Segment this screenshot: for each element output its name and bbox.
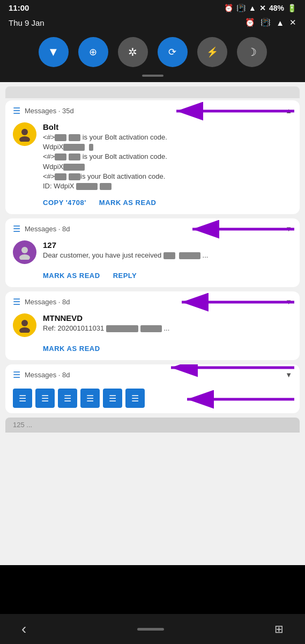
alarm-date-icon: ⏰ [245, 18, 255, 27]
partial-bottom-card: 125 ... [5, 418, 300, 433]
date-status-icons: ⏰ 📳 ▲ ✕ [245, 18, 296, 27]
svg-point-7 [21, 320, 28, 326]
qs-wifi-button[interactable]: ▼ [39, 37, 69, 67]
vibrate-date-icon: 📳 [261, 18, 271, 27]
qs-rotate-button[interactable]: ⟳ [158, 37, 188, 67]
chevron-1[interactable]: ▲ [285, 107, 292, 115]
qs-flashlight-button[interactable]: ⚡ [197, 37, 227, 67]
status-icons: ⏰ 📳 ▲ ✕ 48% 🔋 [224, 4, 296, 12]
alarm-icon: ⏰ [224, 4, 233, 12]
notif-body-3: MTNNEVD Ref: 202001011031 ... [5, 310, 300, 342]
notification-card-bolt: ☰ Messages · 35d ▲ Bolt <#> is your Bolt… [5, 100, 300, 214]
reply-button-2[interactable]: REPLY [113, 272, 137, 280]
blue-icon-2: ☰ [35, 389, 55, 408]
battery-text: 48% [269, 4, 284, 12]
qs-bluetooth-button[interactable]: ✲ [118, 37, 148, 67]
messages-icon-2: ☰ [13, 224, 20, 234]
recents-button[interactable]: ⊞ [274, 623, 284, 635]
message-bolt: <#> is your Bolt activation code. WdpiX … [43, 133, 292, 191]
svg-point-4 [21, 247, 28, 253]
notif-app-label-3: Messages · 8d [25, 298, 281, 306]
messages-icon-1: ☰ [13, 106, 20, 116]
sender-mtnnevd: MTNNEVD [43, 313, 292, 323]
svg-point-2 [19, 136, 30, 142]
sender-bolt: Bolt [43, 122, 292, 131]
home-handle[interactable] [137, 628, 164, 631]
notif-header-2: ☰ Messages · 8d ▼ [5, 218, 300, 237]
avatar-mtnnevd [13, 313, 36, 337]
copy-code-button[interactable]: COPY '4708' [43, 199, 86, 207]
notif-app-label-4: Messages · 8d [25, 371, 281, 379]
svg-point-1 [21, 129, 28, 135]
notification-card-4: ☰ Messages · 8d ▼ ☰ ☰ ☰ ☰ ☰ ☰ [5, 364, 300, 413]
notif-content-127: 127 Dear customer, you have just receive… [43, 240, 292, 260]
status-bar: 11:00 ⏰ 📳 ▲ ✕ 48% 🔋 [0, 0, 305, 16]
qs-nightmode-button[interactable]: ☽ [237, 37, 267, 67]
notif-header-1: ☰ Messages · 35d ▲ [5, 100, 300, 119]
blue-icon-4: ☰ [80, 389, 100, 408]
signal-x-icon: ✕ [289, 18, 296, 27]
wifi-date-icon: ▲ [276, 18, 284, 27]
notif-header-4: ☰ Messages · 8d ▼ [5, 364, 300, 383]
notif-actions-bolt: COPY '4708' MARK AS READ [5, 196, 300, 214]
drag-handle-area [0, 75, 305, 82]
qs-battery-saver-button[interactable]: ⊕ [78, 37, 108, 67]
date-label: Thu 9 Jan [9, 18, 44, 27]
notif-header-3: ☰ Messages · 8d ▼ [5, 291, 300, 310]
svg-point-5 [19, 254, 30, 260]
blue-icon-3: ☰ [58, 389, 77, 408]
notification-card-127: ☰ Messages · 8d ▼ 127 Dear customer, you… [5, 218, 300, 287]
back-button[interactable]: ‹ [21, 620, 26, 638]
drag-handle-bar [142, 75, 163, 77]
avatar-bolt [13, 122, 36, 146]
quick-settings-row: ▼ ⊕ ✲ ⟳ ⚡ ☽ [0, 32, 305, 75]
blue-icon-6: ☰ [125, 389, 145, 408]
bottom-navigation: ‹ ⊞ [0, 614, 305, 644]
notif-body-2: 127 Dear customer, you have just receive… [5, 237, 300, 269]
notification-card-mtnnevd: ☰ Messages · 8d ▼ MTNNEVD Ref: 202001011… [5, 291, 300, 360]
mark-as-read-button-3[interactable]: MARK AS READ [43, 345, 100, 353]
date-bar: Thu 9 Jan ⏰ 📳 ▲ ✕ [0, 16, 305, 32]
messages-icon-4: ☰ [13, 370, 20, 380]
avatar-127 [13, 240, 36, 264]
message-mtnnevd: Ref: 202001011031 ... [43, 324, 292, 333]
time: 11:00 [9, 3, 29, 12]
wifi-status-icon: ▲ [249, 4, 256, 12]
notif-actions-127: MARK AS READ REPLY [5, 269, 300, 287]
chevron-4[interactable]: ▼ [285, 371, 292, 379]
blue-icon-1: ☰ [13, 389, 32, 408]
signal-icon: ✕ [259, 4, 266, 12]
mark-as-read-button-1[interactable]: MARK AS READ [99, 199, 157, 207]
message-127: Dear customer, you have just received ..… [43, 251, 292, 260]
notif-app-label-1: Messages · 35d [25, 107, 281, 115]
svg-point-8 [19, 327, 30, 333]
notif-app-label-2: Messages · 8d [25, 225, 281, 233]
battery-icon: 🔋 [287, 4, 296, 12]
sender-127: 127 [43, 240, 292, 250]
blue-icons-row: ☰ ☰ ☰ ☰ ☰ ☰ [5, 383, 300, 413]
chevron-3[interactable]: ▼ [285, 298, 292, 306]
chevron-2[interactable]: ▼ [285, 225, 292, 233]
notif-content-mtnnevd: MTNNEVD Ref: 202001011031 ... [43, 313, 292, 333]
vibrate-icon: 📳 [236, 4, 246, 12]
notif-actions-mtnnevd: MARK AS READ [5, 342, 300, 360]
mark-as-read-button-2[interactable]: MARK AS READ [43, 272, 100, 280]
notifications-area: ☰ Messages · 35d ▲ Bolt <#> is your Bolt… [0, 82, 305, 565]
blue-icon-5: ☰ [103, 389, 122, 408]
notif-content-bolt: Bolt <#> is your Bolt activation code. W… [43, 122, 292, 191]
messages-icon-3: ☰ [13, 297, 20, 307]
background-card [5, 86, 300, 98]
notif-body-1: Bolt <#> is your Bolt activation code. W… [5, 119, 300, 196]
